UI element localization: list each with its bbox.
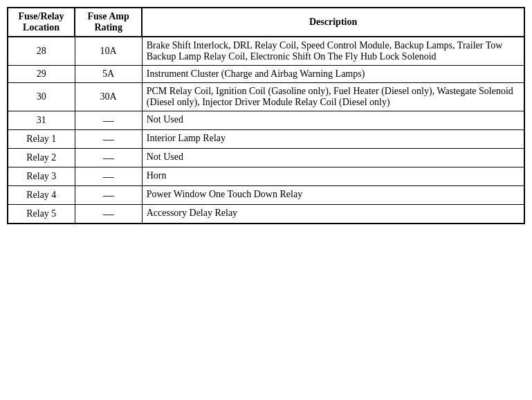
table-row: Relay 2—Not Used [8, 149, 524, 167]
cell-rating: 10A [75, 37, 142, 66]
cell-rating: — [75, 186, 142, 205]
cell-location: 28 [8, 37, 75, 66]
fuse-relay-table-container: Fuse/Relay Location Fuse Amp Rating Desc… [7, 7, 525, 224]
table-row: 3030APCM Relay Coil, Ignition Coil (Gaso… [8, 83, 524, 111]
cell-rating: — [75, 149, 142, 167]
cell-description: Not Used [142, 149, 524, 167]
table-row: 31—Not Used [8, 111, 524, 130]
table-row: Relay 3—Horn [8, 167, 524, 186]
cell-description: Not Used [142, 111, 524, 130]
table-row: Relay 4—Power Window One Touch Down Rela… [8, 186, 524, 205]
table-row: 2810ABrake Shift Interlock, DRL Relay Co… [8, 37, 524, 66]
cell-description: Accessory Delay Relay [142, 205, 524, 224]
cell-location: Relay 4 [8, 186, 75, 205]
cell-rating: — [75, 205, 142, 224]
table-row: 295AInstrument Cluster (Charge and Airba… [8, 66, 524, 83]
cell-description: PCM Relay Coil, Ignition Coil (Gasoline … [142, 83, 524, 111]
table-row: Relay 1—Interior Lamp Relay [8, 130, 524, 149]
header-rating: Fuse Amp Rating [75, 8, 142, 37]
cell-location: 29 [8, 66, 75, 83]
cell-description: Power Window One Touch Down Relay [142, 186, 524, 205]
cell-rating: — [75, 167, 142, 186]
cell-description: Brake Shift Interlock, DRL Relay Coil, S… [142, 37, 524, 66]
cell-location: Relay 1 [8, 130, 75, 149]
cell-location: 30 [8, 83, 75, 111]
header-description: Description [142, 8, 524, 37]
cell-rating: 5A [75, 66, 142, 83]
header-location: Fuse/Relay Location [8, 8, 75, 37]
cell-location: Relay 3 [8, 167, 75, 186]
table-row: Relay 5—Accessory Delay Relay [8, 205, 524, 224]
cell-rating: — [75, 111, 142, 130]
fuse-relay-table: Fuse/Relay Location Fuse Amp Rating Desc… [7, 7, 525, 224]
cell-rating: — [75, 130, 142, 149]
cell-location: Relay 2 [8, 149, 75, 167]
cell-description: Interior Lamp Relay [142, 130, 524, 149]
cell-location: 31 [8, 111, 75, 130]
cell-description: Horn [142, 167, 524, 186]
cell-location: Relay 5 [8, 205, 75, 224]
cell-description: Instrument Cluster (Charge and Airbag Wa… [142, 66, 524, 83]
cell-rating: 30A [75, 83, 142, 111]
